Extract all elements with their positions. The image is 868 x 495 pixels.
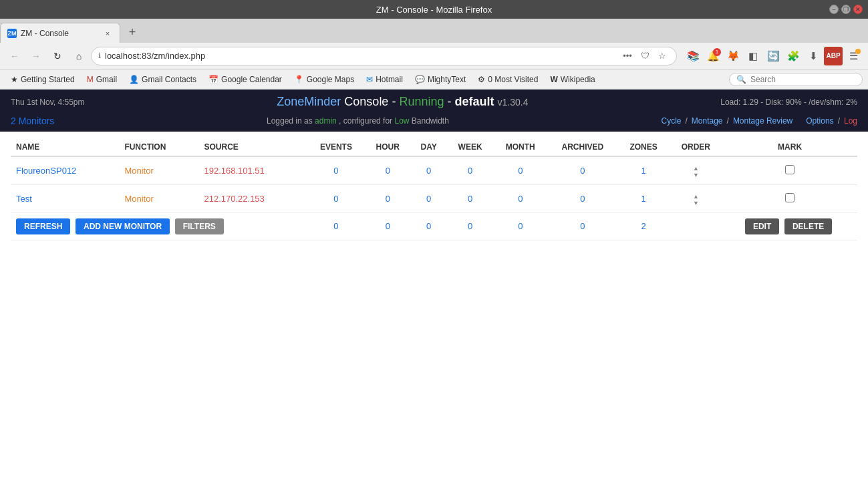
- monitor-2-archived: 0: [547, 184, 618, 212]
- footer-week: 0: [447, 212, 494, 240]
- close-button[interactable]: ✕: [853, 5, 863, 14]
- monitor-1-name-link[interactable]: FloureonSP012: [16, 166, 76, 176]
- edit-button[interactable]: EDIT: [745, 218, 779, 234]
- monitor-1-function-value: Monitor: [124, 166, 153, 176]
- sidebar-icon[interactable]: ◧: [744, 47, 762, 65]
- col-source: SOURCE: [198, 138, 307, 156]
- monitor-2-hour: 0: [365, 184, 411, 212]
- sync-icon[interactable]: 🔄: [764, 47, 782, 65]
- bookmark-gmail[interactable]: M Gmail: [82, 73, 122, 86]
- footer-events: 0: [307, 212, 365, 240]
- nav-sep-1: /: [685, 116, 687, 126]
- monitor-1-checkbox[interactable]: [785, 165, 794, 174]
- monitor-2-source: 212.170.22.153: [198, 184, 307, 212]
- monitor-1-hour: 0: [365, 156, 411, 184]
- options-link[interactable]: Options: [806, 116, 833, 126]
- url-security-icon: ℹ: [98, 51, 101, 60]
- bookmark-label-google-calendar: Google Calendar: [221, 75, 282, 84]
- tab-close-button[interactable]: ×: [102, 28, 113, 39]
- col-name: NAME: [11, 138, 119, 156]
- window-controls: − ❐ ✕: [829, 5, 863, 14]
- monitor-2-order-arrows: ▲ ▼: [693, 194, 699, 207]
- filters-button[interactable]: FILTERS: [175, 218, 224, 234]
- montage-review-link[interactable]: Montage Review: [733, 116, 792, 126]
- bookmark-getting-started[interactable]: ★ Getting Started: [5, 73, 80, 86]
- bookmark-mightytext[interactable]: 💬 MightyText: [410, 73, 471, 86]
- bookmark-gmail-contacts[interactable]: 👤 Gmail Contacts: [124, 73, 202, 86]
- library-icon[interactable]: 📚: [684, 47, 702, 65]
- active-tab[interactable]: ZM ZM - Console ×: [0, 23, 120, 43]
- pocket-button[interactable]: 🛡: [637, 49, 652, 63]
- col-week: WEEK: [447, 138, 494, 156]
- monitor-1-order-down[interactable]: ▼: [693, 172, 699, 179]
- most-visited-icon: ⚙: [478, 75, 485, 84]
- monitors-count-link[interactable]: 2 Monitors: [11, 116, 54, 126]
- bookmark-google-maps[interactable]: 📍 Google Maps: [289, 73, 359, 86]
- forward-button[interactable]: →: [27, 47, 45, 65]
- bookmark-hotmail[interactable]: ✉ Hotmail: [361, 73, 408, 86]
- log-link[interactable]: Log: [844, 116, 857, 126]
- monitor-2-function: Monitor: [119, 184, 198, 212]
- montage-link[interactable]: Montage: [692, 116, 723, 126]
- zm-table-wrapper: NAME FUNCTION SOURCE EVENTS HOUR DAY WEE…: [0, 132, 868, 247]
- add-monitor-button[interactable]: ADD NEW MONITOR: [76, 218, 170, 234]
- monitor-2-day: 0: [411, 184, 447, 212]
- col-order: ORDER: [670, 138, 723, 156]
- zm-status: Running: [399, 95, 444, 108]
- monitor-2-name-link[interactable]: Test: [16, 194, 32, 204]
- delete-button[interactable]: DELETE: [784, 218, 832, 234]
- restore-button[interactable]: ❐: [841, 5, 851, 14]
- zm-header: Thu 1st Nov, 4:55pm ZoneMinder Console -…: [0, 90, 868, 114]
- refresh-button[interactable]: REFRESH: [16, 218, 70, 234]
- col-hour: HOUR: [365, 138, 411, 156]
- monitor-1-mark: [722, 156, 857, 184]
- firefox-icon[interactable]: 🦊: [724, 47, 742, 65]
- downloads-icon[interactable]: ⬇: [804, 47, 823, 65]
- bookmark-google-calendar[interactable]: 📅 Google Calendar: [203, 73, 287, 86]
- bandwidth-label2: Bandwidth: [412, 116, 449, 126]
- zm-group: default: [454, 95, 494, 108]
- extensions-icon[interactable]: 🧩: [784, 47, 803, 65]
- window-title: ZM - Console - Mozilla Firefox: [376, 5, 492, 15]
- bookmark-button[interactable]: ☆: [655, 49, 670, 63]
- footer-buttons: REFRESH ADD NEW MONITOR FILTERS: [11, 212, 307, 240]
- search-input[interactable]: [750, 75, 855, 84]
- cycle-link[interactable]: Cycle: [661, 116, 681, 126]
- hamburger-menu[interactable]: ☰: [844, 47, 863, 65]
- zm-app-name: ZoneMinder: [277, 95, 341, 108]
- monitors-table: NAME FUNCTION SOURCE EVENTS HOUR DAY WEE…: [11, 138, 857, 240]
- monitor-2-zones: 1: [618, 184, 670, 212]
- notification-badge: 1: [713, 48, 721, 56]
- minimize-button[interactable]: −: [829, 5, 839, 14]
- notifications-icon[interactable]: 🔔 1: [704, 47, 722, 65]
- hotmail-icon: ✉: [366, 75, 373, 84]
- reload-button[interactable]: ↻: [48, 47, 67, 65]
- monitor-2-order-down[interactable]: ▼: [693, 200, 699, 207]
- footer-archived: 0: [547, 212, 618, 240]
- footer-month: 0: [494, 212, 548, 240]
- bookmark-label-gmail-contacts: Gmail Contacts: [142, 75, 196, 84]
- bookmark-label-wikipedia: Wikipedia: [561, 75, 595, 84]
- bookmark-label-most-visited: 0 Most Visited: [488, 75, 538, 84]
- col-events: EVENTS: [307, 138, 365, 156]
- back-button[interactable]: ←: [5, 47, 24, 65]
- more-options-button[interactable]: •••: [620, 49, 635, 63]
- monitor-1-source-value: 192.168.101.51: [204, 166, 264, 176]
- bookmark-most-visited[interactable]: ⚙ 0 Most Visited: [472, 73, 543, 86]
- bookmark-label-google-maps: Google Maps: [307, 75, 354, 84]
- bookmark-label-mightytext: MightyText: [428, 75, 466, 84]
- search-box[interactable]: 🔍: [729, 73, 863, 86]
- titlebar: ZM - Console - Mozilla Firefox − ❐ ✕: [0, 0, 868, 19]
- adblock-icon[interactable]: ABP: [824, 47, 843, 65]
- navbar: ← → ↻ ⌂ ℹ localhost:83/zm/index.php ••• …: [0, 43, 868, 69]
- address-bar[interactable]: ℹ localhost:83/zm/index.php ••• 🛡 ☆: [91, 47, 677, 65]
- footer-day: 0: [411, 212, 447, 240]
- monitor-2-checkbox[interactable]: [785, 193, 794, 202]
- bookmark-wikipedia[interactable]: W Wikipedia: [545, 73, 600, 86]
- zm-content: Thu 1st Nov, 4:55pm ZoneMinder Console -…: [0, 90, 868, 495]
- new-tab-button[interactable]: +: [123, 23, 142, 41]
- monitor-1-events: 0: [307, 156, 365, 184]
- monitor-1-source: 192.168.101.51: [198, 156, 307, 184]
- home-button[interactable]: ⌂: [69, 47, 88, 65]
- table-header-row: NAME FUNCTION SOURCE EVENTS HOUR DAY WEE…: [11, 138, 857, 156]
